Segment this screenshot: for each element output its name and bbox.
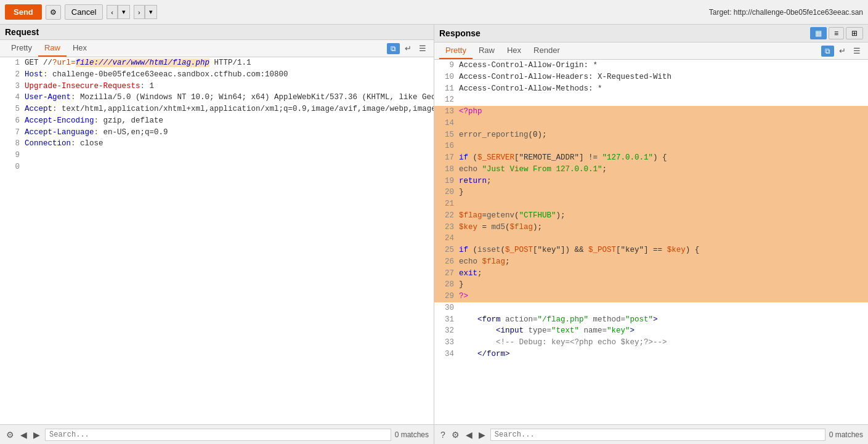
response-code-area[interactable]: 9 Access-Control-Allow-Origin: * 10 Acce… <box>434 60 868 424</box>
request-search-input[interactable] <box>45 429 391 441</box>
nav-next-dropdown[interactable]: ▾ <box>145 5 157 19</box>
line-number: 26 <box>439 256 454 268</box>
tab-request-pretty[interactable]: Pretty <box>5 40 38 57</box>
cancel-button[interactable]: Cancel <box>65 4 103 20</box>
line-number: 9 <box>5 150 20 161</box>
request-line-5: Accept: text/html,application/xhtml+xml,… <box>25 103 434 115</box>
request-line-7: Accept-Language: en-US,en;q=0.9 <box>25 127 168 139</box>
line-number: 10 <box>439 71 454 83</box>
menu-response-button[interactable]: ☰ <box>851 45 863 57</box>
request-nav-prev[interactable]: ◀ <box>19 429 28 441</box>
table-row: 1 GET //?url=file:///var/www/html/flag.p… <box>0 57 434 69</box>
request-line-4: User-Agent: Mozilla/5.0 (Windows NT 10.0… <box>25 92 434 103</box>
line-number: 19 <box>439 176 454 187</box>
line-number: 22 <box>439 210 454 222</box>
table-row: 0 <box>0 161 434 173</box>
request-line-6: Accept-Encoding: gzip, deflate <box>25 115 163 127</box>
line-number: 9 <box>439 60 454 71</box>
line-number: 23 <box>439 222 454 233</box>
response-view-btn-3[interactable]: ⊞ <box>846 27 863 39</box>
line-number: 8 <box>5 138 20 150</box>
table-row: 2 Host: challenge-0be05fe1ce63eeac.sandb… <box>0 69 434 81</box>
nav-next-group: › ▾ <box>134 5 157 19</box>
line-number: 5 <box>5 103 20 115</box>
response-line-33: <!-- Debug: key=<?php echo $key;?>--> <box>459 337 667 349</box>
table-row: 14 <box>434 118 868 129</box>
line-number: 14 <box>439 118 454 129</box>
line-number: 18 <box>439 164 454 176</box>
table-row: 31 <form action="/flag.php" method="post… <box>434 314 868 326</box>
request-code-area[interactable]: 1 GET //?url=file:///var/www/html/flag.p… <box>0 57 434 424</box>
line-number: 20 <box>439 187 454 198</box>
wrap-response-button[interactable]: ↵ <box>837 45 848 57</box>
line-number: 13 <box>439 106 454 118</box>
table-row: 26 echo $flag; <box>434 256 868 268</box>
table-row: 18 echo "Just View From 127.0.0.1"; <box>434 164 868 176</box>
line-number: 28 <box>439 279 454 291</box>
response-line-20: } <box>459 187 464 198</box>
table-row: 6 Accept-Encoding: gzip, deflate <box>0 115 434 127</box>
line-number: 30 <box>439 302 454 314</box>
tab-request-hex[interactable]: Hex <box>67 40 93 57</box>
response-bottom-help[interactable]: ? <box>439 429 447 441</box>
tab-response-hex[interactable]: Hex <box>501 42 527 59</box>
line-number: 6 <box>5 115 20 127</box>
line-number: 11 <box>439 83 454 95</box>
copy-request-button[interactable]: ⧉ <box>387 43 400 54</box>
table-row: 16 <box>434 140 868 152</box>
table-row: 4 User-Agent: Mozilla/5.0 (Windows NT 10… <box>0 92 434 103</box>
line-number: 33 <box>439 337 454 349</box>
response-line-10: Access-Control-Allow-Headers: X-Requeste… <box>459 71 671 83</box>
response-line-28: } <box>459 279 464 291</box>
gear-button[interactable]: ⚙ <box>46 5 61 20</box>
line-number: 1 <box>5 57 20 69</box>
response-line-29: ?> <box>459 291 468 302</box>
line-number: 12 <box>439 94 454 106</box>
table-row: 11 Access-Control-Allow-Methods: * <box>434 83 868 95</box>
target-text: Target: http://challenge-0be05fe1ce63eea… <box>709 8 863 17</box>
line-number: 7 <box>5 127 20 139</box>
nav-prev-button[interactable]: ‹ <box>107 5 118 19</box>
nav-prev-dropdown[interactable]: ▾ <box>118 5 130 19</box>
response-line-13: <?php <box>459 106 482 118</box>
tab-response-raw[interactable]: Raw <box>473 42 501 59</box>
response-view-btn-1[interactable]: ▦ <box>810 27 827 39</box>
response-tabs: Pretty Raw Hex Render ⧉ ↵ ☰ <box>434 42 868 60</box>
tab-request-raw[interactable]: Raw <box>38 40 67 57</box>
table-row: 20 } <box>434 187 868 198</box>
tab-response-pretty[interactable]: Pretty <box>439 42 473 59</box>
response-line-11: Access-Control-Allow-Methods: * <box>459 83 602 95</box>
response-line-17: if ($_SERVER["REMOTE_ADDR"] != "127.0.0.… <box>459 152 667 164</box>
request-matches: 0 matches <box>395 430 429 439</box>
line-number: 16 <box>439 140 454 152</box>
line-number: 21 <box>439 198 454 210</box>
wrap-request-button[interactable]: ↵ <box>402 42 414 54</box>
table-row: 15 error_reporting(0); <box>434 129 868 141</box>
tab-response-render[interactable]: Render <box>527 42 566 59</box>
response-nav-next[interactable]: ▶ <box>477 429 487 441</box>
table-row: 13 <?php <box>434 106 868 118</box>
response-view-btn-2[interactable]: ≡ <box>829 27 844 39</box>
response-search-input[interactable] <box>490 429 825 441</box>
nav-next-button[interactable]: › <box>134 5 145 19</box>
copy-response-button[interactable]: ⧉ <box>821 46 834 57</box>
response-line-26: echo $flag; <box>459 256 510 268</box>
send-button[interactable]: Send <box>5 4 42 20</box>
menu-request-button[interactable]: ☰ <box>416 42 429 54</box>
table-row: 3 Upgrade-Insecure-Requests: 1 <box>0 81 434 92</box>
response-nav-prev[interactable]: ◀ <box>464 429 474 441</box>
request-nav-next[interactable]: ▶ <box>32 429 41 441</box>
toolbar: Send ⚙ Cancel ‹ ▾ › ▾ Target: http://cha… <box>0 0 868 25</box>
response-view-buttons: ▦ ≡ ⊞ <box>810 27 863 39</box>
table-row: 12 <box>434 94 868 106</box>
response-line-34: </form> <box>459 349 510 360</box>
line-number: 0 <box>5 161 20 173</box>
response-pane-header-row: Response ▦ ≡ ⊞ <box>434 25 868 42</box>
response-line-27: exit; <box>459 268 482 280</box>
response-matches: 0 matches <box>829 430 863 439</box>
table-row: 32 <input type="text" name="key"> <box>434 325 868 337</box>
line-number: 31 <box>439 314 454 326</box>
response-bottom-gear[interactable]: ⚙ <box>450 429 461 441</box>
request-bottom-gear[interactable]: ⚙ <box>5 429 15 441</box>
request-line-3: Upgrade-Insecure-Requests: 1 <box>25 81 154 92</box>
